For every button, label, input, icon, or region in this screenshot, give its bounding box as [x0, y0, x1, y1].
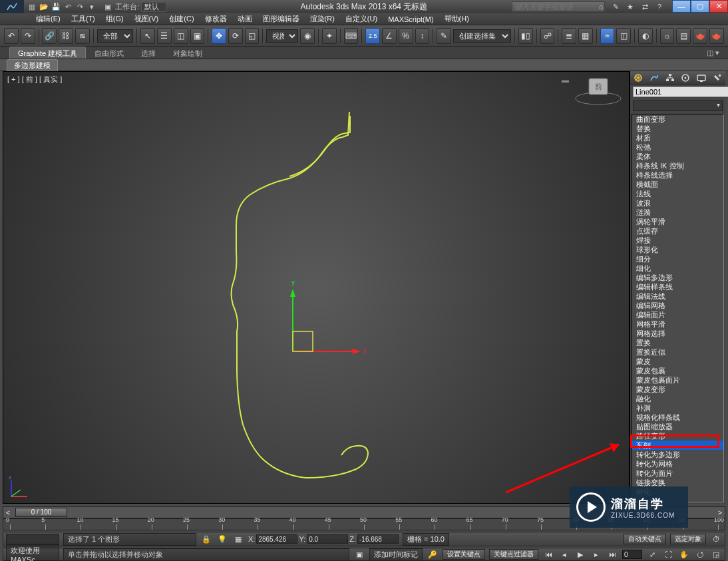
modifier-list[interactable]: 曲面变形替换材质松弛柔体样条线 IK 控制样条线选择横截面法线波浪涟漪涡轮平滑点… [632, 114, 724, 502]
reference-coord-dropdown[interactable]: 视图 [266, 29, 298, 43]
align-button[interactable]: ☍ [540, 28, 555, 44]
modifier-item[interactable]: 补洞 [632, 403, 723, 413]
rendered-frame-button[interactable]: ▤ [676, 28, 691, 44]
workspace-selector[interactable]: ▣ 工作台: 默认 [102, 1, 166, 12]
motion-panel-tab[interactable] [679, 73, 691, 83]
curve-editor-button[interactable]: ≈ [600, 28, 615, 44]
communication-center-lower-icon[interactable]: ▣ [353, 548, 365, 560]
object-name-input[interactable] [633, 87, 728, 97]
modifier-item[interactable]: 贴图缩放器 [632, 422, 723, 431]
graphite-toggle[interactable]: ▦ [578, 28, 593, 44]
auto-key-button[interactable]: 自动关键点 [624, 534, 666, 544]
modifier-item[interactable]: 波浪 [632, 198, 723, 208]
help-icon[interactable]: ? [654, 1, 665, 12]
menu-tools[interactable]: 工具(T) [67, 14, 99, 24]
menu-help[interactable]: 帮助(H) [441, 14, 473, 24]
modifier-item[interactable]: 横截面 [632, 180, 723, 189]
link-button[interactable]: 🔗 [42, 28, 57, 44]
isolate-icon[interactable]: 💡 [216, 533, 228, 545]
modifier-item[interactable]: 融化 [632, 394, 723, 403]
pan-icon[interactable]: ✋ [678, 548, 690, 560]
favorites-icon[interactable]: ★ [625, 1, 636, 12]
zoom-all-icon[interactable]: ⛶ [662, 548, 674, 560]
modifier-item[interactable]: 细化 [632, 264, 723, 273]
menu-create[interactable]: 创建(C) [165, 14, 198, 24]
qat-project-icon[interactable]: ▾ [87, 1, 97, 12]
select-manipulate-button[interactable]: ✦ [322, 28, 337, 44]
layers-manager-button[interactable]: ≣ [562, 28, 576, 44]
ribbon-tab-objectpaint[interactable]: 对象绘制 [164, 47, 211, 59]
qat-open-icon[interactable]: 📂 [39, 1, 49, 12]
time-slider-handle[interactable]: 0 / 100 [15, 508, 67, 517]
minimize-button[interactable]: — [672, 0, 691, 13]
viewcube[interactable]: 前 [572, 76, 625, 105]
redo-button[interactable]: ↷ [21, 28, 35, 44]
percent-snap-toggle[interactable]: % [399, 28, 413, 44]
qat-undo-icon[interactable]: ↶ [63, 1, 73, 12]
modifier-item[interactable]: 转化为多边形 [632, 450, 723, 459]
ribbon-tab-selection[interactable]: 选择 [132, 47, 164, 59]
material-editor-button[interactable]: ◐ [638, 28, 653, 44]
menu-edit[interactable]: 编辑(E) [32, 14, 65, 24]
zoom-extents-icon[interactable]: ⤢ [646, 548, 658, 560]
modifier-item[interactable]: 编辑样条线 [632, 282, 723, 291]
qat-new-icon[interactable]: ▥ [27, 1, 37, 12]
modifier-item[interactable]: 网格平滑 [632, 319, 723, 329]
schematic-view-button[interactable]: ◫ [616, 28, 631, 44]
modifier-item[interactable]: 转化为面片 [632, 468, 723, 478]
modifier-item[interactable]: 柔体 [632, 152, 723, 161]
viewport-shade-icon[interactable]: ▬ [562, 76, 569, 84]
create-panel-tab[interactable] [632, 73, 644, 83]
modifier-item[interactable]: 材质 [632, 133, 723, 142]
modifier-item[interactable]: 替换 [632, 124, 723, 133]
select-object-button[interactable]: ↖ [140, 28, 155, 44]
goto-start-icon[interactable]: ⏮ [542, 548, 554, 560]
modifier-item[interactable]: 曲面变形 [632, 114, 723, 124]
modifier-item[interactable]: 编辑多边形 [632, 273, 723, 282]
modifier-item[interactable]: 松弛 [632, 142, 723, 152]
modifier-item[interactable]: 网格选择 [632, 329, 723, 338]
time-config-icon[interactable]: ⏱ [710, 533, 722, 545]
keyboard-shortcut-toggle[interactable]: ⌨ [344, 28, 359, 44]
modifier-item[interactable]: 编辑法线 [632, 291, 723, 301]
edit-named-selection-icon[interactable]: ✎ [437, 28, 451, 44]
modify-panel-tab[interactable] [648, 73, 660, 83]
selection-lock-icon[interactable]: 🔒 [200, 533, 212, 545]
pivot-center-button[interactable]: ◉ [300, 28, 315, 44]
close-button[interactable]: ✕ [709, 0, 728, 13]
search-input[interactable] [512, 1, 605, 12]
subscription-icon[interactable]: ✎ [610, 1, 621, 12]
modifier-item[interactable]: 链接变换 [632, 478, 723, 487]
modifier-item[interactable]: 蒙皮变形 [632, 385, 723, 394]
set-key-button[interactable]: 设置关键点 [443, 549, 485, 560]
select-move-button[interactable]: ✥ [212, 28, 226, 44]
undo-button[interactable]: ↶ [4, 28, 19, 44]
coord-z-input[interactable] [357, 534, 399, 544]
adaptive-degradation-icon[interactable]: ▦ [232, 533, 244, 545]
ribbon-collapse-dropdown[interactable]: ◫ ▾ [698, 47, 728, 59]
select-region-button[interactable]: ◫ [174, 28, 188, 44]
menu-rendering[interactable]: 渲染(R) [306, 14, 339, 24]
select-by-name-button[interactable]: ☰ [157, 28, 172, 44]
menu-group[interactable]: 组(G) [102, 14, 128, 24]
time-slider-left-arrow[interactable]: < [3, 508, 13, 516]
maximize-viewport-icon[interactable]: ◲ [710, 548, 722, 560]
time-slider-right-arrow[interactable]: > [715, 508, 725, 516]
play-icon[interactable]: ▶ [574, 548, 586, 560]
modifier-item[interactable]: 涟漪 [632, 208, 723, 217]
modifier-item[interactable]: 细分 [632, 254, 723, 264]
modifier-item[interactable]: 规格化样条线 [632, 413, 723, 422]
unlink-button[interactable]: ⛓ [59, 28, 73, 44]
qat-redo-icon[interactable]: ↷ [75, 1, 85, 12]
modifier-item[interactable]: 焊接 [632, 236, 723, 245]
add-time-tag[interactable]: 添加时间标记 [369, 548, 423, 561]
exchange-icon[interactable]: ⇄ [639, 1, 650, 12]
modifier-item[interactable]: 编辑面片 [632, 310, 723, 319]
goto-end-icon[interactable]: ⏭ [606, 548, 618, 560]
modifier-item[interactable]: 点缓存 [632, 226, 723, 236]
sub-ribbon-polymodel[interactable]: 多边形建模 [7, 59, 58, 71]
key-filters-button[interactable]: 关键点过滤器 [489, 549, 538, 560]
next-frame-icon[interactable]: ▸ [590, 548, 602, 560]
hierarchy-panel-tab[interactable] [664, 73, 676, 83]
modifier-list-dropdown[interactable] [633, 100, 723, 111]
